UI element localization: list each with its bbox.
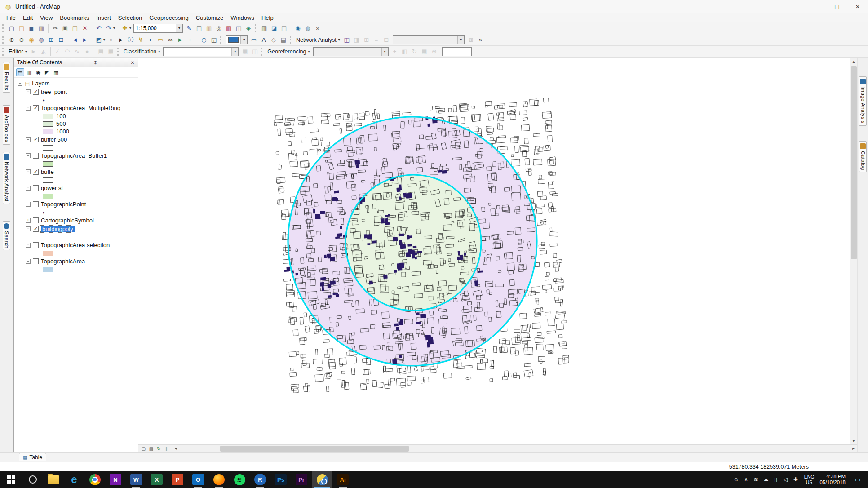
auto-registration-icon[interactable]: ◧ bbox=[400, 47, 409, 56]
georef-zoom-icon[interactable]: ⊕ bbox=[430, 47, 439, 56]
legend-class-row[interactable]: 1000 bbox=[14, 128, 138, 135]
create-viewer-window-icon[interactable]: ◱ bbox=[209, 35, 218, 44]
html-popup-icon[interactable]: ◗ bbox=[146, 35, 155, 44]
search-window-icon[interactable]: ◎ bbox=[214, 24, 223, 33]
sketch-properties-icon[interactable]: ▦ bbox=[106, 47, 115, 56]
directions-icon[interactable]: ≡ bbox=[372, 35, 381, 44]
time-slider-icon[interactable]: ◷ bbox=[199, 35, 208, 44]
layer-symbol-swatch[interactable] bbox=[43, 145, 53, 151]
edit-tool-icon[interactable]: ► bbox=[29, 47, 38, 56]
add-control-points-icon[interactable]: + bbox=[390, 47, 399, 56]
vertical-scroll-thumb[interactable] bbox=[851, 66, 857, 259]
taskbar-r-app[interactable]: R bbox=[250, 471, 270, 488]
classification-menu-arrow[interactable]: ▾ bbox=[158, 49, 160, 53]
clock[interactable]: 4:38 PM 05/10/2018 bbox=[819, 474, 846, 485]
layer-point-symbol[interactable]: ♦ bbox=[43, 98, 45, 102]
fill-color-dropdown[interactable]: ▾ bbox=[226, 35, 248, 44]
list-by-source-icon[interactable]: ▥ bbox=[25, 68, 33, 76]
action-center-icon[interactable]: ▭ bbox=[850, 471, 865, 488]
redo-icon-dropdown[interactable]: ▾ bbox=[113, 26, 115, 30]
taskbar-firefox[interactable] bbox=[208, 471, 229, 488]
layer-symbol-swatch[interactable] bbox=[43, 177, 53, 183]
network-analyst-menu[interactable]: Network Analyst bbox=[296, 37, 337, 43]
layer-label[interactable]: TopographicArea_Buffer1 bbox=[41, 152, 107, 159]
attributes-icon[interactable]: ▤ bbox=[97, 47, 106, 56]
horizontal-scroll-thumb[interactable] bbox=[220, 446, 409, 452]
toolbar-grip[interactable] bbox=[117, 48, 120, 56]
data-frame-label[interactable]: Layers bbox=[32, 80, 49, 87]
rotation-value-box[interactable] bbox=[442, 47, 472, 56]
pan-icon[interactable]: ◉ bbox=[27, 35, 36, 44]
zoom-in-icon[interactable]: ⊕ bbox=[7, 35, 16, 44]
taskbar-illustrator[interactable]: Ai bbox=[332, 471, 353, 488]
scroll-right-arrow[interactable]: ► bbox=[850, 445, 857, 452]
taskbar-powerpoint[interactable]: P bbox=[167, 471, 188, 488]
dock-tab-image-analysis[interactable]: Image Analysis bbox=[859, 76, 867, 126]
layer-symbol-row[interactable] bbox=[14, 266, 138, 273]
menu-customize[interactable]: Customize bbox=[192, 14, 227, 22]
map-scale-combo[interactable]: ▾ bbox=[133, 24, 183, 33]
legend-class-row[interactable]: 100 bbox=[14, 112, 138, 120]
toolbar-overflow-icon[interactable]: » bbox=[313, 24, 322, 33]
georeferencing-menu-arrow[interactable]: ▾ bbox=[308, 49, 310, 53]
network-analyst-window-icon[interactable]: ◫ bbox=[342, 35, 351, 44]
layer-row-cartographicsymbol[interactable]: +CartographicSymbol bbox=[14, 216, 138, 225]
scroll-left-arrow[interactable]: ◄ bbox=[172, 445, 180, 452]
full-extent-icon[interactable]: ◍ bbox=[37, 35, 46, 44]
layer-checkbox-gower-st[interactable] bbox=[33, 185, 39, 191]
legend-class-row[interactable]: 500 bbox=[14, 120, 138, 128]
fixed-zoom-out-icon[interactable]: ⊟ bbox=[57, 35, 66, 44]
layer-symbol-row[interactable] bbox=[14, 160, 138, 168]
layer-checkbox-topographicarea[interactable] bbox=[33, 258, 39, 264]
zoom-out-icon[interactable]: ⊖ bbox=[17, 35, 26, 44]
toc-close-icon[interactable]: ✕ bbox=[129, 59, 136, 66]
trace-icon[interactable]: ∿ bbox=[73, 47, 82, 56]
hyperlink-icon[interactable]: ↯ bbox=[136, 35, 145, 44]
forward-extent-icon[interactable]: ► bbox=[80, 35, 89, 44]
classification-input[interactable] bbox=[164, 49, 231, 55]
identify-icon[interactable]: ⓘ bbox=[126, 35, 135, 44]
list-by-drawing-order-icon[interactable]: ▤ bbox=[16, 68, 24, 76]
go-to-xy-icon[interactable]: + bbox=[186, 35, 195, 44]
straight-segment-icon[interactable]: ∕ bbox=[53, 47, 62, 56]
find-icon[interactable]: ∞ bbox=[166, 35, 175, 44]
point-tool-icon[interactable]: ● bbox=[83, 47, 92, 56]
dock-tab-network-analyst[interactable]: Network Analyst bbox=[3, 152, 10, 204]
menu-view[interactable]: View bbox=[36, 14, 56, 22]
na-overflow-icon[interactable]: » bbox=[476, 35, 485, 44]
layer-symbol-row[interactable] bbox=[14, 176, 138, 184]
battery-icon[interactable]: ▯ bbox=[771, 476, 781, 483]
layer-row-topographicarea_multiplering[interactable]: −✓TopographicArea_MultipleRing bbox=[14, 104, 138, 112]
layer-checkbox-topographicpoint[interactable] bbox=[33, 201, 39, 207]
layer-label[interactable]: buffer 500 bbox=[41, 136, 67, 143]
layer-row-topographicarea_buffer1[interactable]: −TopographicArea_Buffer1 bbox=[14, 151, 138, 160]
legend-swatch[interactable] bbox=[43, 121, 53, 127]
python-window-icon[interactable]: ◫ bbox=[234, 24, 243, 33]
toolbar-grip[interactable] bbox=[261, 48, 264, 56]
minimize-button[interactable]: ─ bbox=[806, 0, 827, 13]
layer-symbol-swatch[interactable] bbox=[43, 161, 53, 167]
layer-checkbox-tree_point[interactable]: ✓ bbox=[33, 89, 39, 95]
georeferencing-menu[interactable]: Georeferencing bbox=[267, 49, 306, 55]
layer-label[interactable]: tree_point bbox=[41, 89, 67, 95]
layer-symbol-swatch[interactable] bbox=[43, 267, 53, 272]
layer-symbol-row[interactable] bbox=[14, 192, 138, 200]
toolbar-grip[interactable] bbox=[2, 48, 5, 56]
menu-bookmarks[interactable]: Bookmarks bbox=[56, 14, 93, 22]
toolbar-grip[interactable] bbox=[290, 36, 292, 44]
layer-checkbox-cartographicsymbol[interactable] bbox=[33, 217, 39, 223]
new-rectangle-icon[interactable]: ▭ bbox=[249, 35, 258, 44]
toolbar-grip[interactable] bbox=[255, 24, 257, 32]
layer-label[interactable]: TopographicPoint bbox=[41, 201, 86, 208]
collapse-icon[interactable]: − bbox=[26, 186, 31, 191]
collapse-icon[interactable]: − bbox=[26, 106, 31, 111]
measure-icon[interactable]: ▭ bbox=[156, 35, 165, 44]
layer-row-topographicpoint[interactable]: −TopographicPoint bbox=[14, 200, 138, 209]
legend-swatch[interactable] bbox=[43, 129, 53, 134]
print-icon[interactable]: ▥ bbox=[37, 24, 46, 33]
report-icon[interactable]: ▤ bbox=[279, 24, 288, 33]
arctoolbox-window-icon[interactable]: ▦ bbox=[224, 24, 233, 33]
toc-root-row[interactable]: −▤Layers bbox=[14, 79, 138, 88]
cut-icon[interactable]: ✂ bbox=[51, 24, 60, 33]
dock-tab-catalog[interactable]: Catalog bbox=[859, 141, 867, 172]
